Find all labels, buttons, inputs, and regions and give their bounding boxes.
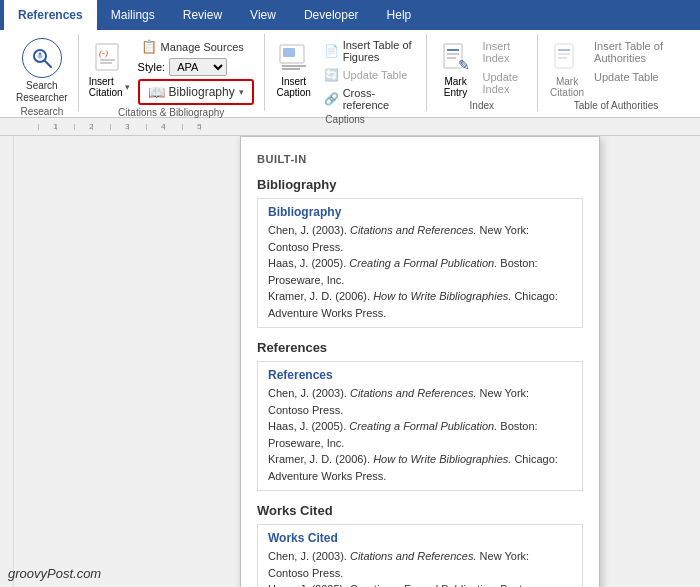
citations-group-label: Citations & Bibliography xyxy=(89,107,254,118)
svg-text:✎: ✎ xyxy=(458,57,470,72)
captions-group: InsertCaption 📄 Insert Table of Figures … xyxy=(267,34,427,111)
bibliography-dropdown: Built-In Bibliography Bibliography Chen,… xyxy=(240,136,600,587)
insert-caption-label: InsertCaption xyxy=(276,76,310,98)
references-line-1: Chen, J. (2003). Citations and Reference… xyxy=(268,385,572,418)
insert-tof-icon: 📄 xyxy=(324,44,339,58)
bibliography-section-title: Bibliography xyxy=(257,177,583,192)
mark-citation-button[interactable]: MarkCitation xyxy=(548,38,586,98)
insert-citation-label-row[interactable]: InsertCitation ▾ xyxy=(89,76,130,98)
works-cited-line-2: Haas, J. (2005). Creating a Formal Publi… xyxy=(268,581,572,587)
search-researcher-label: Search Researcher xyxy=(16,80,68,104)
insert-toa-button[interactable]: Insert Table of Authorities xyxy=(590,38,684,66)
insert-citation-button[interactable]: (-) InsertCitation ▾ xyxy=(89,38,130,98)
tab-view[interactable]: View xyxy=(236,0,290,30)
update-table-label: Update Table xyxy=(343,69,408,81)
style-select[interactable]: APA MLA Chicago xyxy=(169,58,227,76)
tab-mailings[interactable]: Mailings xyxy=(97,0,169,30)
references-section-title: References xyxy=(257,340,583,355)
bibliography-line-1: Chen, J. (2003). Citations and Reference… xyxy=(268,222,572,255)
bibliography-label: Bibliography xyxy=(169,85,235,99)
index-group-label: Index xyxy=(437,100,528,111)
captions-group-label: Captions xyxy=(275,114,416,125)
svg-line-1 xyxy=(45,61,51,67)
ruler-vertical xyxy=(0,136,14,587)
toa-group: MarkCitation Insert Table of Authorities… xyxy=(540,34,694,111)
manage-sources-label: Manage Sources xyxy=(161,41,244,53)
citations-group: (-) InsertCitation ▾ 📋 Manage Sources xyxy=(81,34,265,111)
references-entry-title: References xyxy=(268,368,572,382)
index-group: ✎ MarkEntry Insert Index Update Index In… xyxy=(429,34,539,111)
tab-bar: References Mailings Review View Develope… xyxy=(0,0,700,30)
cross-reference-icon: 🔗 xyxy=(324,92,339,106)
mark-citation-icon xyxy=(548,38,586,76)
svg-rect-17 xyxy=(555,44,573,68)
works-cited-section-title: Works Cited xyxy=(257,503,583,518)
insert-index-button[interactable]: Insert Index xyxy=(479,38,528,66)
tab-review[interactable]: Review xyxy=(169,0,236,30)
search-researcher-icon xyxy=(22,38,62,78)
tab-help[interactable]: Help xyxy=(373,0,426,30)
toa-group-label: Table of Authorities xyxy=(548,100,684,111)
insert-caption-icon xyxy=(275,38,313,76)
bibliography-button-row: 📖 Bibliography ▾ xyxy=(138,79,254,105)
update-toa-button[interactable]: Update Table xyxy=(590,69,684,85)
tab-references[interactable]: References xyxy=(4,0,97,30)
references-entry[interactable]: References Chen, J. (2003). Citations an… xyxy=(257,361,583,491)
update-table-button[interactable]: 🔄 Update Table xyxy=(321,67,416,83)
works-cited-line-1: Chen, J. (2003). Citations and Reference… xyxy=(268,548,572,581)
works-cited-entry[interactable]: Works Cited Chen, J. (2003). Citations a… xyxy=(257,524,583,587)
watermark: groovyPost.com xyxy=(8,566,101,581)
bibliography-line-3: Kramer, J. D. (2006). How to Write Bibli… xyxy=(268,288,572,321)
svg-text:(-): (-) xyxy=(99,48,108,58)
captions-small-btns: 📄 Insert Table of Figures 🔄 Update Table… xyxy=(321,38,416,112)
insert-citation-icon: (-) xyxy=(90,38,128,76)
cross-reference-button[interactable]: 🔗 Cross-reference xyxy=(321,86,416,112)
bibliography-button[interactable]: 📖 Bibliography ▾ xyxy=(138,79,254,105)
insert-citation-chevron: ▾ xyxy=(125,82,130,92)
cross-reference-label: Cross-reference xyxy=(343,87,413,111)
update-table-icon: 🔄 xyxy=(324,68,339,82)
mark-entry-button[interactable]: ✎ MarkEntry xyxy=(437,38,475,98)
ruler-ticks: 1 2 3 4 5 xyxy=(38,124,218,130)
insert-table-of-figures-button[interactable]: 📄 Insert Table of Figures xyxy=(321,38,416,64)
ribbon: Search Researcher Research (-) Insert xyxy=(0,30,700,118)
tab-developer[interactable]: Developer xyxy=(290,0,373,30)
insert-tof-label: Insert Table of Figures xyxy=(343,39,413,63)
mark-citation-label: MarkCitation xyxy=(550,76,584,98)
index-small-btns: Insert Index Update Index xyxy=(479,38,528,97)
mark-entry-label: MarkEntry xyxy=(444,76,467,98)
citations-controls: 📋 Manage Sources Style: APA MLA Chicago … xyxy=(138,38,254,105)
update-index-button[interactable]: Update Index xyxy=(479,69,528,97)
bibliography-entry[interactable]: Bibliography Chen, J. (2003). Citations … xyxy=(257,198,583,328)
svg-point-3 xyxy=(39,53,41,55)
insert-citation-label: InsertCitation xyxy=(89,76,123,98)
insert-caption-button[interactable]: InsertCaption xyxy=(275,38,313,98)
doc-area: Built-In Bibliography Bibliography Chen,… xyxy=(0,136,700,587)
references-line-3: Kramer, J. D. (2006). How to Write Bibli… xyxy=(268,451,572,484)
style-label: Style: xyxy=(138,61,166,73)
bibliography-line-2: Haas, J. (2005). Creating a Formal Publi… xyxy=(268,255,572,288)
doc-content: Built-In Bibliography Bibliography Chen,… xyxy=(14,136,700,587)
toa-small-btns: Insert Table of Authorities Update Table xyxy=(590,38,684,85)
built-in-header: Built-In xyxy=(257,147,583,169)
svg-rect-9 xyxy=(283,48,295,57)
bibliography-chevron: ▾ xyxy=(239,87,244,97)
works-cited-entry-title: Works Cited xyxy=(268,531,572,545)
mark-entry-icon: ✎ xyxy=(437,38,475,76)
bibliography-icon: 📖 xyxy=(148,84,165,100)
manage-sources-button[interactable]: 📋 Manage Sources xyxy=(138,38,254,55)
search-researcher-button[interactable]: Search Researcher xyxy=(16,38,68,104)
manage-sources-icon: 📋 xyxy=(141,39,157,54)
insert-caption-label-row: InsertCaption xyxy=(276,76,310,98)
references-line-2: Haas, J. (2005). Creating a Formal Publi… xyxy=(268,418,572,451)
bibliography-entry-title: Bibliography xyxy=(268,205,572,219)
research-group-label: Research xyxy=(20,106,63,117)
research-group: Search Researcher Research xyxy=(6,34,79,111)
style-row: Style: APA MLA Chicago xyxy=(138,58,254,76)
